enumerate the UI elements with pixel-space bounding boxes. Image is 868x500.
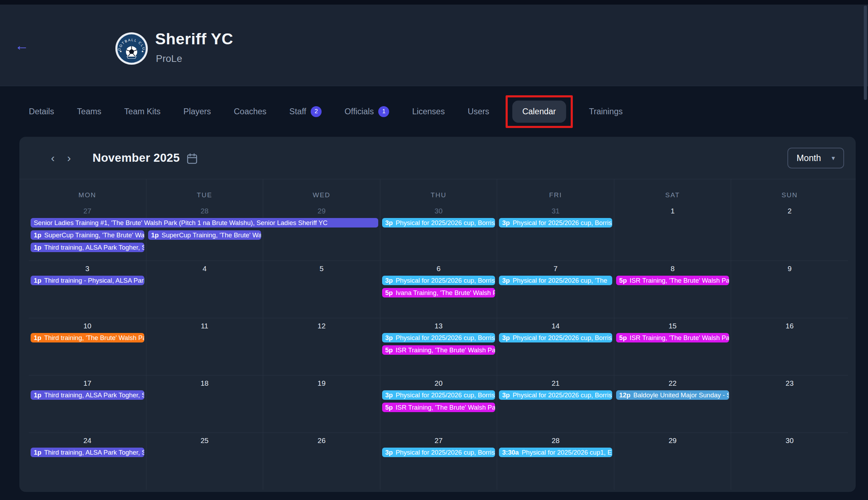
day-cell: 30 [731, 433, 848, 490]
event-chip[interactable]: 3p Physical for 2025/2026 cup, Borris [382, 390, 495, 400]
day-cell: 241p Third training, ALSA Park Togher, S [29, 433, 146, 490]
event-chip[interactable]: 3:30a Physical for 2025/2026 cup1, E [499, 448, 612, 457]
event-chip[interactable]: 1p SuperCup Training, 'The Brute' Wa [148, 230, 261, 240]
day-cell: 63p Physical for 2025/2026 cup, Borris5p… [380, 261, 497, 318]
event-title: Physical for 2025/2026 cup, Borris [395, 391, 495, 399]
tab-coaches[interactable]: Coaches [234, 107, 267, 116]
tab-bar: DetailsTeamsTeam KitsPlayersCoachesStaff… [0, 86, 868, 136]
tab-details[interactable]: Details [29, 107, 54, 116]
event-chip[interactable]: 5p Ivana Training, 'The Brute' Walsh P [382, 288, 495, 297]
day-number: 23 [731, 379, 848, 388]
event-title: Third training - Physical, ALSA Park [44, 277, 144, 284]
event-chip[interactable]: 1p SuperCup Training, 'The Brute' Wa [31, 230, 144, 240]
day-cell: 1 [614, 203, 731, 261]
event-time: 1p [34, 391, 42, 399]
day-cell: 2212p Baldoyle United Major Sunday - S [614, 376, 731, 432]
event-chip[interactable]: 5p ISR Training, 'The Brute' Walsh Pa [616, 333, 729, 342]
view-mode-dropdown[interactable]: Month ▾ [787, 148, 844, 168]
event-chip[interactable]: 1p Third training, 'The Brute' Walsh Pa [31, 333, 144, 342]
day-cell: 25 [146, 433, 263, 490]
week-row: 31p Third training - Physical, ALSA Park… [29, 261, 848, 318]
event-chip[interactable]: 3p Physical for 2025/2026 cup, Borris [382, 218, 495, 227]
weeks-container: 271p SuperCup Training, 'The Brute' Wa1p… [29, 203, 848, 490]
day-cell: 203p Physical for 2025/2026 cup, Borris5… [380, 376, 497, 432]
day-cell: 303p Physical for 2025/2026 cup, Borris [380, 203, 497, 261]
week-row: 171p Third training, ALSA Park Togher, S… [29, 375, 848, 432]
event-chip[interactable]: 1p Third training - Physical, ALSA Park [31, 276, 144, 285]
event-time: 3p [502, 391, 510, 399]
day-cell: 16 [731, 318, 848, 375]
event-chip[interactable]: 12p Baldoyle United Major Sunday - S [616, 390, 729, 400]
back-button[interactable]: ← [15, 38, 29, 52]
prev-month-button[interactable]: ‹ [45, 150, 61, 166]
tab-label: Staff [289, 107, 306, 116]
next-month-button[interactable]: › [61, 150, 77, 166]
day-cell: 4 [146, 261, 263, 318]
event-chip[interactable]: 1p Third training, ALSA Park Togher, S [31, 448, 144, 457]
event-title: ISR Training, 'The Brute' Walsh Pa [395, 404, 495, 411]
event-chip[interactable]: 5p ISR Training, 'The Brute' Walsh Pa [382, 345, 495, 355]
day-events: 3p Physical for 2025/2026 cup, 'The [497, 276, 614, 285]
day-cell: 283:30a Physical for 2025/2026 cup1, E [497, 433, 614, 490]
tab-teams[interactable]: Teams [77, 107, 101, 116]
day-header-tue: TUE [146, 179, 263, 203]
calendar-toolbar: ‹ › November 2025 Month ▾ [19, 137, 856, 179]
tab-staff[interactable]: Staff2 [289, 106, 322, 117]
event-chip[interactable]: 5p ISR Training, 'The Brute' Walsh Pa [616, 276, 729, 285]
day-events: 3p Physical for 2025/2026 cup, Borris5p … [380, 390, 497, 412]
event-banner[interactable]: Senior Ladies Training #1, 'The Brute' W… [31, 218, 378, 227]
day-cell: 271p SuperCup Training, 'The Brute' Wa1p… [29, 203, 146, 261]
event-chip[interactable]: 3p Physical for 2025/2026 cup, 'The [499, 276, 612, 285]
tab-trainings[interactable]: Trainings [589, 107, 623, 116]
event-time: 3p [385, 334, 393, 341]
day-events: 3p Physical for 2025/2026 cup, Borris [497, 333, 614, 342]
day-number: 29 [614, 436, 731, 445]
event-chip[interactable]: 3p Physical for 2025/2026 cup, Borris [382, 448, 495, 457]
calendar-grid: MONTUEWEDTHUFRISATSUN 271p SuperCup Trai… [29, 179, 848, 490]
event-time: 1p [34, 449, 42, 456]
event-chip[interactable]: 3p Physical for 2025/2026 cup, Borris [499, 390, 612, 400]
event-chip[interactable]: 3p Physical for 2025/2026 cup, Borris [499, 218, 612, 227]
day-number: 6 [380, 264, 497, 274]
day-number: 13 [380, 322, 497, 331]
tab-officials[interactable]: Officials1 [344, 106, 389, 117]
day-cell: 133p Physical for 2025/2026 cup, Borris5… [380, 318, 497, 375]
day-number: 27 [380, 436, 497, 445]
day-events: 3p Physical for 2025/2026 cup, Borris [380, 448, 497, 457]
event-chip[interactable]: 5p ISR Training, 'The Brute' Walsh Pa [382, 403, 495, 412]
tab-team-kits[interactable]: Team Kits [124, 107, 160, 116]
day-events: 1p Third training - Physical, ALSA Park [29, 276, 146, 285]
scrollbar-thumb[interactable] [864, 6, 867, 100]
day-events: 5p ISR Training, 'The Brute' Walsh Pa [614, 333, 731, 342]
event-title: SuperCup Training, 'The Brute' Wa [161, 231, 261, 239]
tab-players[interactable]: Players [183, 107, 211, 116]
event-title: ISR Training, 'The Brute' Walsh Pa [630, 277, 729, 284]
event-time: 3p [385, 277, 393, 284]
day-number: 26 [263, 436, 380, 445]
event-time: 1p [34, 231, 42, 239]
day-header-sun: SUN [731, 179, 848, 203]
event-title: Third training, ALSA Park Togher, S [44, 244, 144, 251]
day-number: 20 [380, 379, 497, 388]
day-cell: 9 [731, 261, 848, 318]
tab-calendar[interactable]: Calendar [512, 101, 566, 123]
event-chip[interactable]: 3p Physical for 2025/2026 cup, Borris [499, 333, 612, 342]
tab-label: Calendar [522, 107, 556, 116]
day-cell: 85p ISR Training, 'The Brute' Walsh Pa [614, 261, 731, 318]
top-strip [0, 0, 868, 5]
event-chip[interactable]: 1p Third training, ALSA Park Togher, S [31, 243, 144, 252]
day-number: 8 [614, 264, 731, 274]
day-number: 18 [146, 379, 263, 388]
day-cell: 19 [263, 376, 380, 432]
event-chip[interactable]: 3p Physical for 2025/2026 cup, Borris [382, 276, 495, 285]
event-time: 1p [34, 277, 42, 284]
day-number: 2 [731, 207, 848, 216]
event-chip[interactable]: 3p Physical for 2025/2026 cup, Borris [382, 333, 495, 342]
day-cell: 31p Third training - Physical, ALSA Park [29, 261, 146, 318]
tab-users[interactable]: Users [468, 107, 489, 116]
event-time: 3p [502, 334, 510, 341]
event-chip[interactable]: 1p Third training, ALSA Park Togher, S [31, 390, 144, 400]
tab-count-badge: 2 [311, 106, 322, 117]
scrollbar[interactable] [863, 0, 868, 500]
tab-licenses[interactable]: Licenses [412, 107, 445, 116]
